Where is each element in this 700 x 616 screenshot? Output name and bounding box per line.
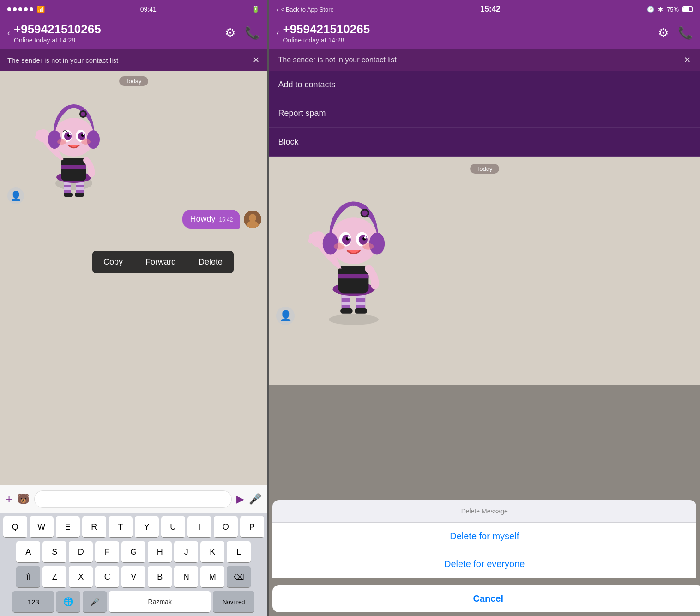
svg-point-54 xyxy=(369,233,385,255)
settings-icon-left[interactable]: ⚙ xyxy=(225,26,235,40)
date-text-left: Today xyxy=(119,76,148,86)
back-appstore[interactable]: ‹ < Back to App Store xyxy=(276,6,333,13)
key-X[interactable]: X xyxy=(69,566,93,587)
svg-point-64 xyxy=(363,243,374,249)
key-Q[interactable]: Q xyxy=(3,516,27,537)
svg-rect-7 xyxy=(76,187,84,190)
key-backspace[interactable]: ⌫ xyxy=(227,566,251,587)
sender-avatar-left: 👤 xyxy=(7,187,24,204)
svg-rect-45 xyxy=(338,266,369,294)
add-icon[interactable]: + xyxy=(6,492,12,506)
signal-dots: 📶 xyxy=(7,6,45,13)
sticker-icon[interactable]: 🐻 xyxy=(17,493,30,505)
warning-close-left[interactable]: ✕ xyxy=(253,55,259,65)
key-numbers[interactable]: 123 xyxy=(12,591,54,612)
add-to-contacts-item[interactable]: Add to contacts xyxy=(269,71,700,99)
settings-icon-right[interactable]: ⚙ xyxy=(658,26,669,40)
delete-dialog: Delete Message Delete for myself Delete … xyxy=(272,500,696,578)
svg-point-27 xyxy=(83,133,84,135)
contact-info-right: +959421510265 Online today at 14:28 xyxy=(279,22,658,44)
key-W[interactable]: W xyxy=(30,516,54,537)
wifi-icon: 📶 xyxy=(37,6,45,13)
key-R[interactable]: R xyxy=(82,516,106,537)
key-M[interactable]: M xyxy=(200,566,224,587)
delete-for-myself-button[interactable]: Delete for myself xyxy=(272,523,696,550)
warning-text-right: The sender is not in your contact list xyxy=(278,56,396,64)
report-spam-item[interactable]: Report spam xyxy=(269,99,700,128)
svg-point-31 xyxy=(81,112,85,116)
date-text-right: Today xyxy=(470,164,499,174)
battery-icon-left: 🔋 xyxy=(252,6,259,13)
svg-point-18 xyxy=(48,130,61,149)
warning-text-left: The sender is not in your contact list xyxy=(7,56,118,64)
key-Z[interactable]: Z xyxy=(42,566,66,587)
dropdown-menu: Add to contacts Report spam Block xyxy=(269,71,700,157)
send-icon[interactable]: ▶ xyxy=(236,493,244,505)
battery-right: 75% xyxy=(667,6,679,13)
key-globe[interactable]: 🌐 xyxy=(56,591,80,612)
svg-rect-10 xyxy=(61,158,86,181)
forward-button[interactable]: Forward xyxy=(134,251,187,273)
key-A[interactable]: A xyxy=(16,541,40,562)
phone-number-right: +959421510265 xyxy=(283,22,658,36)
key-S[interactable]: S xyxy=(42,541,66,562)
block-label: Block xyxy=(278,137,298,146)
keyboard-row-2: A S D F G H J K L xyxy=(2,541,265,562)
keyboard-row-bottom: 123 🌐 🎤 Razmak Novi red xyxy=(2,591,265,612)
outgoing-message: Howdy 15:42 xyxy=(0,206,267,232)
svg-rect-3 xyxy=(64,187,71,190)
sticker-image-left xyxy=(28,93,120,204)
warning-banner-left: The sender is not in your contact list ✕ xyxy=(0,49,267,71)
warning-banner-right: The sender is not in your contact list ✕ xyxy=(269,49,700,71)
message-input[interactable] xyxy=(34,490,232,508)
key-space[interactable]: Razmak xyxy=(109,591,211,612)
contact-info-left: +959421510265 Online today at 14:28 xyxy=(10,22,225,44)
chat-area-right: Today 👤 xyxy=(269,157,700,616)
dot5 xyxy=(30,7,33,11)
warning-close-right[interactable]: ✕ xyxy=(684,55,691,65)
key-O[interactable]: O xyxy=(214,516,238,537)
key-I[interactable]: I xyxy=(187,516,211,537)
svg-rect-8 xyxy=(75,193,84,197)
date-badge-right: Today xyxy=(269,157,700,181)
key-H[interactable]: H xyxy=(148,541,172,562)
keyboard-row-3: ⇧ Z X C V B N M ⌫ xyxy=(2,566,265,587)
key-newline[interactable]: Novi red xyxy=(213,591,254,612)
svg-rect-11 xyxy=(61,165,86,169)
svg-point-50 xyxy=(308,238,313,244)
delete-button[interactable]: Delete xyxy=(187,251,234,273)
bluetooth-icon: ✱ xyxy=(658,6,663,13)
battery-bar xyxy=(682,6,693,12)
key-D[interactable]: D xyxy=(69,541,93,562)
key-P[interactable]: P xyxy=(240,516,264,537)
key-mic-bottom[interactable]: 🎤 xyxy=(83,591,107,612)
svg-rect-38 xyxy=(342,302,350,305)
header-icons-left: ⚙ 📞 xyxy=(225,26,259,40)
message-time: 15:42 xyxy=(219,217,233,223)
delete-for-everyone-button[interactable]: Delete for everyone xyxy=(272,550,696,578)
key-Y[interactable]: Y xyxy=(135,516,159,537)
chat-area-left: Today 👤 xyxy=(0,71,267,485)
call-icon-left[interactable]: 📞 xyxy=(245,26,259,40)
key-shift[interactable]: ⇧ xyxy=(16,566,40,587)
call-icon-right[interactable]: 📞 xyxy=(678,26,693,40)
key-C[interactable]: C xyxy=(95,566,119,587)
key-U[interactable]: U xyxy=(161,516,185,537)
copy-button[interactable]: Copy xyxy=(92,251,134,273)
key-F[interactable]: F xyxy=(95,541,119,562)
key-J[interactable]: J xyxy=(174,541,198,562)
mic-icon[interactable]: 🎤 xyxy=(249,493,261,505)
key-L[interactable]: L xyxy=(227,541,251,562)
date-badge-left: Today xyxy=(0,71,267,91)
key-N[interactable]: N xyxy=(174,566,198,587)
key-G[interactable]: G xyxy=(121,541,145,562)
cancel-button[interactable]: Cancel xyxy=(272,585,700,612)
key-E[interactable]: E xyxy=(56,516,80,537)
svg-rect-42 xyxy=(356,302,365,305)
status-time-left: 09:41 xyxy=(140,6,157,13)
key-B[interactable]: B xyxy=(148,566,172,587)
key-K[interactable]: K xyxy=(200,541,224,562)
key-T[interactable]: T xyxy=(109,516,133,537)
key-V[interactable]: V xyxy=(121,566,145,587)
block-item[interactable]: Block xyxy=(269,128,700,156)
